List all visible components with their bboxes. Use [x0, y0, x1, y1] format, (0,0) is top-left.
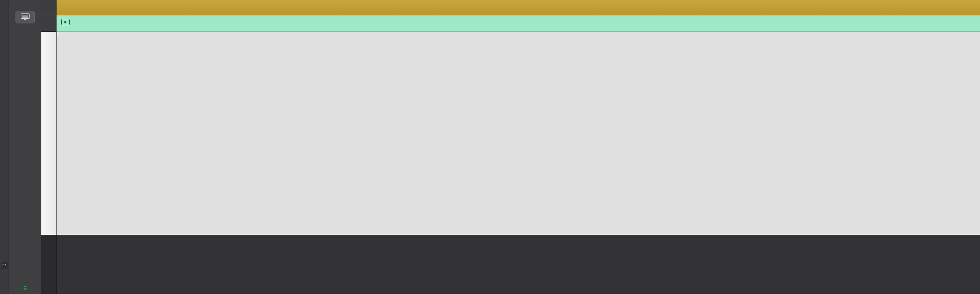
vertical-zoom-control[interactable]	[16, 283, 35, 292]
playhead[interactable]	[57, 32, 57, 235]
left-tool-strip	[0, 0, 9, 294]
redo-button[interactable]	[1, 262, 8, 269]
piano-keyboard-column	[41, 0, 57, 294]
inspector-gutter	[9, 0, 41, 294]
piano-keyboard[interactable]	[41, 32, 56, 235]
timeline-ruler[interactable]	[57, 0, 980, 15]
play-icon	[61, 19, 70, 25]
automation-lane[interactable]	[57, 235, 980, 294]
region-name-primary	[61, 19, 73, 25]
note-grid[interactable]	[57, 32, 980, 235]
piano-roll-editor	[0, 0, 980, 294]
editor-main	[57, 0, 980, 294]
region-header[interactable]	[57, 15, 980, 32]
catalog-button[interactable]	[16, 11, 35, 24]
